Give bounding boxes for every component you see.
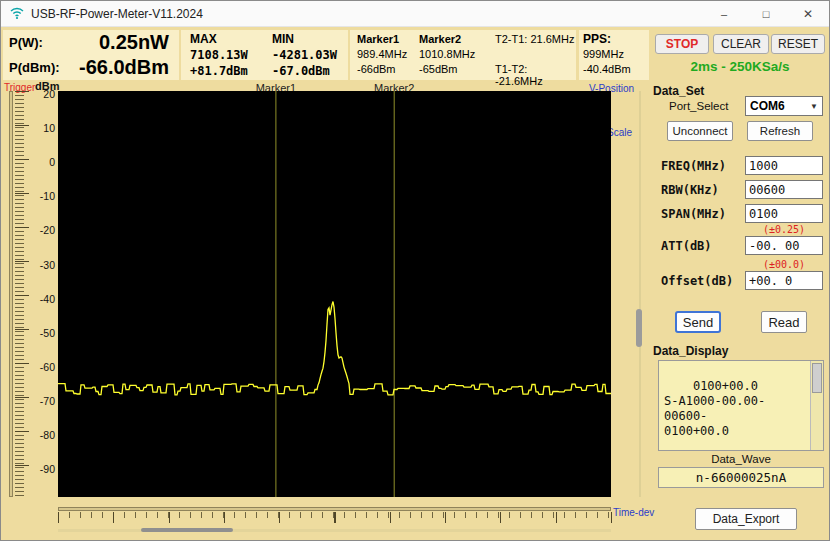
time-ruler-major-ticks <box>58 512 612 523</box>
data-display-area[interactable]: 0100+00.0 S-A1000-00.00-00600- 0100+00.0 <box>658 360 824 451</box>
att-label: ATT(dB) <box>661 239 712 253</box>
data-wave-value: n-66000025nA <box>658 467 824 488</box>
port-select-label: Port_Select <box>669 100 728 112</box>
y-axis-tick-label: -90 <box>29 463 55 475</box>
marker1-freq: 989.4MHz <box>357 48 419 63</box>
amplitude-slider-track[interactable] <box>9 91 13 497</box>
sample-rate-text: 2ms - 250KSa/s <box>651 59 829 74</box>
data-wave-label: Data_Wave <box>658 453 824 465</box>
max-dbm: +81.7dBm <box>190 63 263 79</box>
y-axis-tick-label: -50 <box>29 327 55 339</box>
y-axis-tick-label: -20 <box>29 224 55 236</box>
minimize-button[interactable]: – <box>703 1 745 26</box>
max-watts: 7108.13W <box>190 47 263 63</box>
reset-button[interactable]: RESET <box>771 34 825 54</box>
offset-tolerance-note: (±00.0) <box>745 259 823 270</box>
y-axis-tick-label: -80 <box>29 429 55 441</box>
delta-t1t2: T1-T2: -21.6MHz <box>495 63 576 78</box>
pdbm-label: P(dBm): <box>9 60 73 75</box>
pps-freq: 999MHz <box>583 47 649 62</box>
port-select-dropdown[interactable]: COM6 ▼ <box>745 96 823 116</box>
min-label: MIN <box>272 32 337 47</box>
delta-t2t1: T2-T1: 21.6MHz <box>495 33 576 48</box>
freq-input[interactable] <box>745 156 823 175</box>
marker2-readout-label: Marker2 <box>419 33 495 48</box>
power-readout-panel: P(W): 0.25nW P(dBm): -66.0dBm <box>3 30 179 80</box>
spectrum-plot <box>58 91 611 497</box>
maximize-button[interactable]: □ <box>745 1 787 26</box>
span-label: SPAN(MHz) <box>661 207 726 221</box>
marker2-dbm: -65dBm <box>419 63 495 78</box>
horizontal-scrollbar-thumb[interactable] <box>141 528 233 532</box>
close-button[interactable]: ✕ <box>787 1 829 26</box>
y-axis-tick-label: -40 <box>29 293 55 305</box>
pw-label: P(W): <box>9 35 73 50</box>
amplitude-ruler-major-ticks <box>15 91 29 499</box>
y-axis-tick-label: 0 <box>29 156 55 168</box>
window-frame: USB-RF-Power-Meter-V11.2024 – □ ✕ P(W): … <box>0 0 830 541</box>
time-dev-slider-track[interactable] <box>58 507 611 511</box>
data-export-button[interactable]: Data_Export <box>695 508 797 530</box>
y-axis-tick-label: -30 <box>29 259 55 271</box>
spectrum-trace <box>58 302 611 395</box>
y-axis-tick-label: 10 <box>29 122 55 134</box>
pps-panel: PPS: 999MHz -40.4dBm <box>579 30 649 80</box>
v-position-scrollbar-track[interactable] <box>639 91 641 497</box>
offset-input[interactable] <box>745 271 823 290</box>
window-controls: – □ ✕ <box>703 1 829 26</box>
max-label: MAX <box>190 32 263 47</box>
pdbm-value: -66.0dBm <box>73 56 169 79</box>
markers-panel: Marker1 Marker2 T2-T1: 21.6MHz 989.4MHz … <box>350 30 576 80</box>
y-axis-tick-label: -60 <box>29 361 55 373</box>
rbw-label: RBW(KHz) <box>661 183 719 197</box>
span-input[interactable] <box>745 204 823 223</box>
y-axis-tick-label: 20 <box>29 88 55 100</box>
min-dbm: -67.0dBm <box>272 63 337 79</box>
marker1-readout-label: Marker1 <box>357 33 419 48</box>
read-button[interactable]: Read <box>761 311 807 333</box>
pps-dbm: -40.4dBm <box>583 62 649 77</box>
pw-value: 0.25nW <box>73 31 169 54</box>
data-display-text: 0100+00.0 S-A1000-00.00-00600- 0100+00.0 <box>664 379 765 438</box>
stop-button[interactable]: STOP <box>655 34 709 54</box>
rbw-input[interactable] <box>745 180 823 199</box>
y-axis-tick-label: -70 <box>29 395 55 407</box>
titlebar: USB-RF-Power-Meter-V11.2024 – □ ✕ <box>1 1 829 27</box>
min-watts: -4281.03W <box>272 47 337 63</box>
window-title: USB-RF-Power-Meter-V11.2024 <box>31 7 203 21</box>
max-min-panel: MAX 7108.13W +81.7dBm MIN -4281.03W -67.… <box>181 30 348 80</box>
refresh-button[interactable]: Refresh <box>747 121 813 141</box>
chevron-down-icon: ▼ <box>810 102 818 111</box>
marker1-dbm: -66dBm <box>357 63 419 78</box>
send-button[interactable]: Send <box>675 311 721 333</box>
att-input[interactable] <box>745 236 823 255</box>
v-position-scrollbar-thumb[interactable] <box>636 309 642 347</box>
data-display-scrollbar[interactable] <box>810 361 823 450</box>
pps-label: PPS: <box>583 32 649 47</box>
port-select-value: COM6 <box>750 99 785 113</box>
wifi-icon <box>10 7 24 20</box>
freq-label: FREQ(MHz) <box>661 159 726 173</box>
data-wave-text: n-66000025nA <box>696 470 786 485</box>
offset-label: Offset(dB) <box>661 274 733 288</box>
att-tolerance-note: (±0.25) <box>745 224 823 235</box>
y-axis-tick-label: -10 <box>29 190 55 202</box>
data-set-label: Data_Set <box>653 84 704 98</box>
time-dev-label: Time-dev <box>613 507 654 518</box>
marker2-freq: 1010.8MHz <box>419 48 495 63</box>
data-display-scrollbar-thumb[interactable] <box>812 363 822 393</box>
clear-button[interactable]: CLEAR <box>713 34 769 54</box>
data-display-label: Data_Display <box>653 344 728 358</box>
unconnect-button[interactable]: Unconnect <box>667 121 733 141</box>
